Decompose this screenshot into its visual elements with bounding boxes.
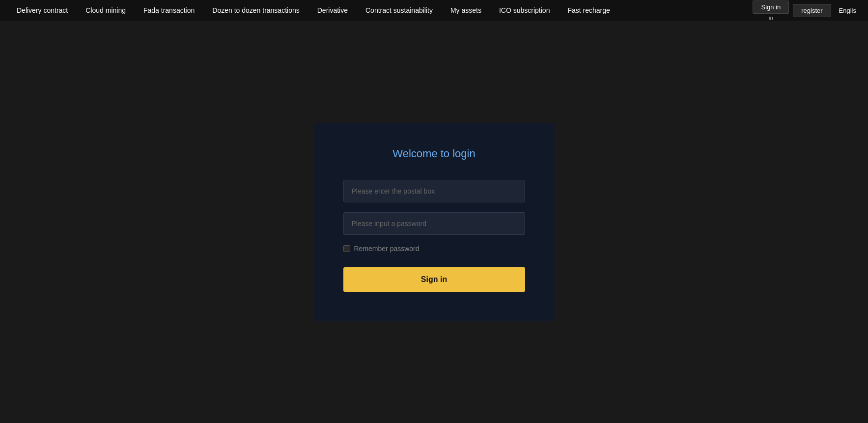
login-card: Welcome to login Remember password Sign …: [314, 123, 555, 321]
register-button[interactable]: register: [793, 4, 831, 17]
sidebar-item-ico-subscription[interactable]: ICO subscription: [490, 0, 559, 21]
language-selector[interactable]: Englis: [835, 7, 860, 14]
password-group: [343, 212, 525, 235]
remember-checkbox[interactable]: [343, 245, 350, 252]
sidebar-item-my-assets[interactable]: My assets: [442, 0, 490, 21]
sidebar-item-delivery-contract[interactable]: Delivery contract: [8, 0, 77, 21]
email-group: [343, 180, 525, 202]
sidebar-item-fast-recharge[interactable]: Fast recharge: [559, 0, 618, 21]
sign-in-button[interactable]: Sign in: [753, 0, 789, 14]
login-title: Welcome to login: [343, 147, 525, 160]
main-content: Welcome to login Remember password Sign …: [0, 21, 868, 423]
sidebar-item-cloud-mining[interactable]: Cloud mining: [77, 0, 135, 21]
nav-links: Delivery contract Cloud mining Fada tran…: [8, 0, 753, 21]
sidebar-item-dozen-transactions[interactable]: Dozen to dozen transactions: [203, 0, 308, 21]
navbar: Delivery contract Cloud mining Fada tran…: [0, 0, 868, 21]
signin-button[interactable]: Sign in: [343, 267, 525, 292]
sidebar-item-fada-transaction[interactable]: Fada transaction: [135, 0, 203, 21]
remember-row: Remember password: [343, 245, 525, 253]
sidebar-item-contract-sustainability[interactable]: Contract sustainability: [357, 0, 442, 21]
email-field[interactable]: [343, 180, 525, 202]
sidebar-item-derivative[interactable]: Derivative: [308, 0, 357, 21]
password-field[interactable]: [343, 212, 525, 235]
remember-label[interactable]: Remember password: [354, 245, 420, 253]
nav-actions: Sign in in register Englis: [753, 0, 860, 21]
signin-sub-text: in: [769, 15, 773, 21]
